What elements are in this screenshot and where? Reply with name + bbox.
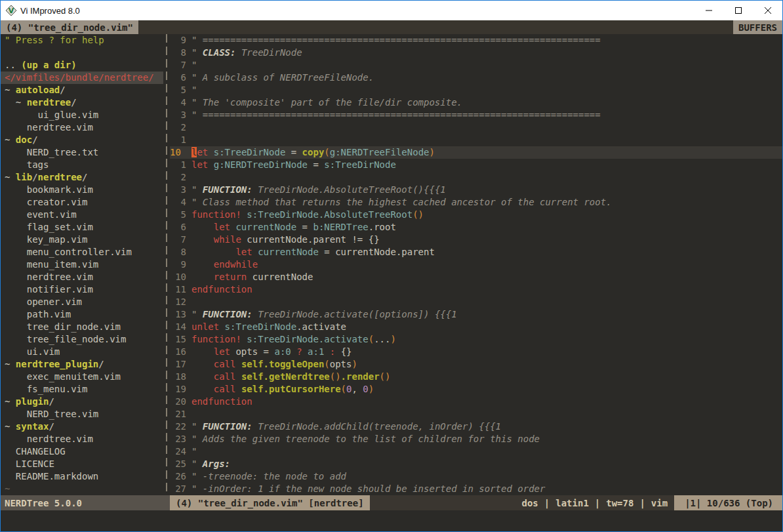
code-line[interactable]: 10 return currentNode bbox=[170, 271, 782, 283]
tab-current[interactable]: (4) "tree_dir_node.vim" bbox=[1, 20, 138, 34]
tree-line[interactable]: nerdtree.vim bbox=[1, 121, 163, 134]
tree-line[interactable]: ~ plugin/ bbox=[1, 396, 163, 408]
line-number: 7 bbox=[170, 59, 186, 72]
tree-line[interactable]: tree_dir_node.vim bbox=[1, 321, 163, 333]
maximize-button[interactable] bbox=[723, 1, 753, 20]
code-token: = bbox=[285, 147, 302, 157]
code-token: ( bbox=[369, 334, 374, 344]
window-separator[interactable] bbox=[163, 34, 170, 495]
code-line[interactable]: 7 while currentNode.parent != {} bbox=[170, 234, 782, 246]
tree-line[interactable]: exec_menuitem.vim bbox=[1, 371, 163, 383]
tree-line[interactable]: notifier.vim bbox=[1, 283, 163, 296]
code-line[interactable]: 5" bbox=[170, 84, 782, 96]
code-line[interactable]: 6 let currentNode = b:NERDTree.root bbox=[170, 221, 782, 234]
tree-line[interactable]: LICENCE bbox=[1, 458, 163, 470]
tree-line[interactable]: " Press ? for help bbox=[1, 34, 163, 47]
code-line[interactable]: 27" -inOrder: 1 if the new node should b… bbox=[170, 483, 782, 495]
code-token: " bbox=[191, 85, 197, 95]
minimize-button[interactable] bbox=[694, 1, 723, 20]
tree-line[interactable]: ~ syntax/ bbox=[1, 420, 163, 433]
close-button[interactable] bbox=[753, 1, 782, 20]
code-line-current[interactable]: 10let s:TreeDirNode = copy(g:NERDTreeFil… bbox=[170, 146, 782, 159]
code-token: ~ bbox=[5, 97, 27, 108]
vim-logo-icon[interactable]: V bbox=[6, 5, 16, 16]
tree-line[interactable]: bookmark.vim bbox=[1, 184, 163, 196]
code-line[interactable]: 13" FUNCTION: TreeDirNode.activate([opti… bbox=[170, 308, 782, 321]
code-token: a:1 bbox=[308, 346, 324, 357]
code-token: / bbox=[32, 134, 37, 145]
code-line[interactable]: 25" Args: bbox=[170, 458, 782, 470]
svg-text:V: V bbox=[9, 7, 14, 15]
code-line[interactable]: 19 call self.putCursorHere(0, 0) bbox=[170, 383, 782, 396]
code-token: function! bbox=[191, 334, 241, 344]
code-line[interactable]: 22" FUNCTION: TreeDirNode.addChild(treen… bbox=[170, 420, 782, 433]
code-line[interactable]: 14unlet s:TreeDirNode.activate bbox=[170, 321, 782, 333]
editor-panel[interactable]: 9" =====================================… bbox=[170, 34, 782, 495]
code-line[interactable]: 5function! s:TreeDirNode.AbsoluteTreeRoo… bbox=[170, 209, 782, 221]
window-title: Vi IMproved 8.0 bbox=[20, 6, 80, 16]
code-line[interactable]: 7" bbox=[170, 59, 782, 72]
tree-line[interactable]: fs_menu.vim bbox=[1, 383, 163, 396]
tree-line[interactable]: ui_glue.vim bbox=[1, 109, 163, 121]
code-line[interactable]: 8" CLASS: TreeDirNode bbox=[170, 47, 782, 59]
tree-line[interactable]: key_map.vim bbox=[1, 234, 163, 246]
code-line[interactable]: 24" bbox=[170, 445, 782, 458]
tree-line[interactable]: NERD_tree.txt bbox=[1, 146, 163, 159]
tree-line[interactable]: creator.vim bbox=[1, 196, 163, 209]
tree-line[interactable]: ~ autoload/ bbox=[1, 84, 163, 96]
tree-line[interactable]: ~ nerdtree/ bbox=[1, 96, 163, 109]
code-line[interactable]: 1let g:NERDTreeDirNode = s:TreeDirNode bbox=[170, 159, 782, 171]
code-line[interactable]: 4" Class method that returns the highest… bbox=[170, 196, 782, 209]
code-line[interactable]: 15function! s:TreeDirNode.activate(...) bbox=[170, 333, 782, 346]
code-token: tags bbox=[5, 159, 49, 170]
code-line[interactable]: 18 call self.getNerdtree().render() bbox=[170, 371, 782, 383]
tree-line[interactable] bbox=[1, 47, 163, 59]
tree-line[interactable]: event.vim bbox=[1, 209, 163, 221]
tree-line[interactable]: path.vim bbox=[1, 308, 163, 321]
code-line[interactable]: 3" FUNCTION: TreeDirNode.AbsoluteTreeRoo… bbox=[170, 184, 782, 196]
tab-buffers[interactable]: BUFFERS bbox=[733, 20, 782, 34]
code-line[interactable]: 16 let opts = a:0 ? a:1 : {} bbox=[170, 346, 782, 358]
code-line[interactable]: 26" -treenode: the node to add bbox=[170, 470, 782, 483]
tree-line[interactable]: ui.vim bbox=[1, 346, 163, 358]
tree-line[interactable]: NERD_tree.vim bbox=[1, 408, 163, 420]
tree-line[interactable]: ~ bbox=[1, 483, 163, 495]
tree-line[interactable]: ~ lib/nerdtree/ bbox=[1, 171, 163, 184]
tree-line[interactable]: menu_item.vim bbox=[1, 258, 163, 271]
code-line[interactable]: 2 bbox=[170, 171, 782, 184]
code-token: TreeDirNode.activate([options]) {{{1 bbox=[258, 309, 456, 319]
tree-line[interactable]: tags bbox=[1, 159, 163, 171]
tree-line[interactable]: menu_controller.vim bbox=[1, 246, 163, 258]
tree-line[interactable]: nerdtree.vim bbox=[1, 433, 163, 445]
code-token: ~ bbox=[5, 85, 16, 95]
code-line[interactable]: 3" =====================================… bbox=[170, 109, 782, 121]
code-line[interactable]: 20endfunction bbox=[170, 396, 782, 408]
code-line[interactable]: 21 bbox=[170, 408, 782, 420]
code-token: " bbox=[191, 184, 203, 195]
tree-line[interactable]: ~ doc/ bbox=[1, 134, 163, 146]
code-line[interactable]: 9" =====================================… bbox=[170, 34, 782, 47]
tree-line[interactable]: opener.vim bbox=[1, 296, 163, 308]
code-line[interactable]: 4" The 'composite' part of the file/dir … bbox=[170, 96, 782, 109]
line-number: 5 bbox=[170, 209, 186, 221]
code-line[interactable]: 8 let currentNode = currentNode.parent bbox=[170, 246, 782, 258]
code-line[interactable]: 12 bbox=[170, 296, 782, 308]
tree-line-selected[interactable]: </vimfiles/bundle/nerdtree/ bbox=[1, 72, 163, 84]
code-line[interactable]: 6" A subclass of NERDTreeFileNode. bbox=[170, 72, 782, 84]
code-line[interactable]: 17 call self.toggleOpen(opts) bbox=[170, 358, 782, 371]
code-line[interactable]: 9 endwhile bbox=[170, 258, 782, 271]
tree-line[interactable]: flag_set.vim bbox=[1, 221, 163, 234]
code-line[interactable]: 23" Adds the given treenode to the list … bbox=[170, 433, 782, 445]
tree-line[interactable]: CHANGELOG bbox=[1, 445, 163, 458]
tree-line[interactable]: ~ nerdtree_plugin/ bbox=[1, 358, 163, 371]
tree-line[interactable]: .. (up a dir) bbox=[1, 59, 163, 72]
tree-line[interactable]: tree_file_node.vim bbox=[1, 333, 163, 346]
code-line[interactable]: 1 bbox=[170, 134, 782, 146]
code-line[interactable]: 11endfunction bbox=[170, 283, 782, 296]
line-number: 17 bbox=[170, 358, 186, 371]
code-token: a:0 bbox=[274, 346, 291, 357]
code-line[interactable]: 2 bbox=[170, 121, 782, 134]
nerdtree-panel[interactable]: " Press ? for help.. (up a dir)</vimfile… bbox=[1, 34, 163, 495]
tree-line[interactable]: nerdtree.vim bbox=[1, 271, 163, 283]
tree-line[interactable]: README.markdown bbox=[1, 470, 163, 483]
